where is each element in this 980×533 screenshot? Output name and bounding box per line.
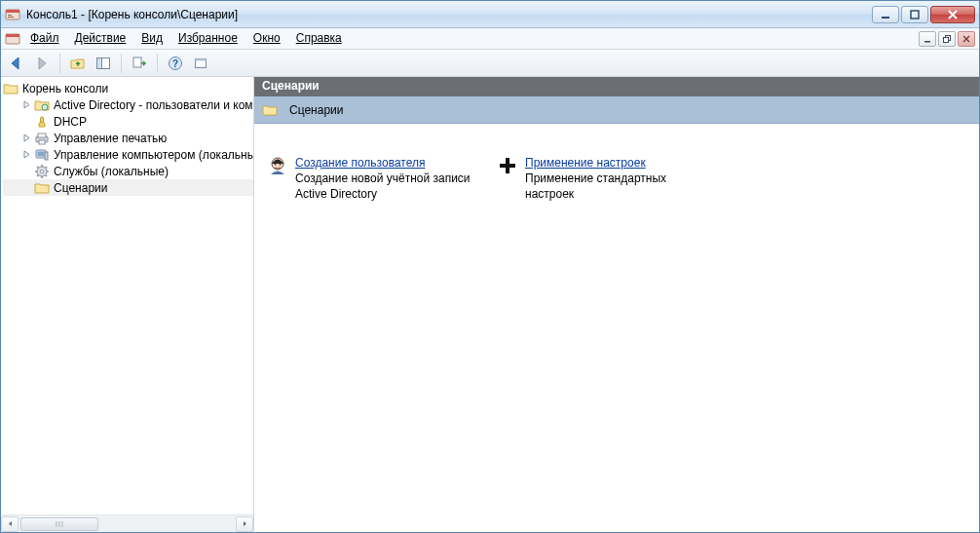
menubar: Файл Действие Вид Избранное Окно Справка — [1, 28, 979, 50]
expand-icon[interactable] — [19, 97, 34, 113]
svg-line-34 — [46, 174, 47, 175]
svg-rect-26 — [45, 152, 48, 160]
svg-rect-22 — [38, 133, 46, 137]
menu-action[interactable]: Действие — [67, 28, 134, 49]
right-pane: Сценарии Сценарии — [254, 77, 979, 532]
menu-view[interactable]: Вид — [133, 28, 170, 49]
folder-icon — [262, 102, 278, 118]
tree[interactable]: Корень консоли Active Directory - пользо… — [1, 77, 253, 514]
svg-rect-19 — [41, 118, 44, 122]
svg-rect-10 — [944, 37, 949, 42]
minimize-button[interactable] — [872, 6, 899, 23]
mdi-minimize-button[interactable] — [919, 31, 936, 47]
tree-item-scenarios[interactable]: Сценарии — [3, 179, 253, 196]
mdi-system-icon[interactable] — [3, 28, 22, 49]
scroll-left-button[interactable] — [1, 516, 19, 532]
up-button[interactable] — [66, 52, 90, 75]
mdi-close-button[interactable] — [958, 31, 975, 47]
folder-icon — [34, 180, 50, 196]
svg-rect-4 — [882, 17, 889, 19]
expand-placeholder — [19, 114, 34, 130]
ad-icon — [34, 97, 50, 113]
svg-text:?: ? — [172, 58, 178, 69]
task-apply-settings: Применение настроек Применение стандартн… — [498, 155, 712, 203]
user-head-icon — [268, 156, 287, 175]
tree-item-label: DHCP — [54, 115, 87, 129]
mdi-buttons — [919, 28, 979, 49]
tree-item-label: Active Directory - пользователи и компью… — [54, 98, 253, 112]
tree-item-label: Службы (локальные) — [54, 165, 169, 178]
scroll-thumb[interactable] — [20, 517, 98, 531]
tree-root[interactable]: Корень консоли — [3, 80, 253, 96]
execute-button[interactable] — [189, 52, 212, 75]
svg-rect-5 — [911, 11, 919, 19]
svg-point-18 — [42, 104, 48, 110]
menu-help[interactable]: Справка — [288, 28, 350, 49]
computer-icon — [34, 147, 50, 163]
tree-item-ad[interactable]: Active Directory - пользователи и компью… — [3, 96, 253, 113]
scroll-track[interactable] — [19, 516, 236, 532]
forward-button[interactable] — [30, 52, 54, 75]
tree-item-label: Управление печатью — [54, 132, 167, 145]
export-list-button[interactable] — [128, 52, 151, 75]
svg-rect-3 — [8, 17, 14, 18]
svg-rect-2 — [8, 15, 12, 16]
close-button[interactable] — [930, 6, 975, 23]
svg-point-38 — [275, 164, 277, 166]
mdi-restore-button[interactable] — [938, 31, 956, 47]
maximize-button[interactable] — [901, 6, 928, 23]
svg-rect-7 — [6, 34, 19, 37]
svg-rect-20 — [42, 116, 43, 118]
svg-line-35 — [46, 167, 47, 168]
titlebar: Консоль1 - [Корень консоли\Сценарии] — [1, 1, 979, 28]
plus-icon — [498, 156, 517, 175]
show-hide-tree-button[interactable] — [92, 52, 115, 75]
pane-header: Сценарии — [254, 77, 979, 96]
expand-icon[interactable] — [19, 147, 34, 163]
menu-file[interactable]: Файл — [22, 28, 67, 49]
tree-item-print[interactable]: Управление печатью — [3, 130, 253, 146]
dhcp-icon — [34, 114, 50, 130]
task-create-user: Создание пользователя Создание новой учё… — [268, 155, 482, 203]
task-link[interactable]: Создание пользователя — [295, 155, 482, 171]
app-icon — [5, 7, 20, 22]
svg-rect-23 — [39, 140, 45, 144]
tree-item-dhcp[interactable]: DHCP — [3, 113, 253, 130]
folder-icon — [3, 81, 19, 96]
printer-icon — [34, 131, 50, 146]
tree-root-label: Корень консоли — [22, 82, 108, 95]
scroll-right-button[interactable] — [236, 516, 253, 532]
toolbar-separator — [157, 54, 158, 73]
svg-line-33 — [37, 167, 38, 168]
svg-rect-12 — [97, 57, 102, 68]
tree-item-label: Сценарии — [54, 181, 107, 195]
tree-item-label: Управление компьютером (локальным) — [54, 148, 253, 162]
task-link[interactable]: Применение настроек — [525, 155, 712, 171]
tree-hscrollbar[interactable] — [1, 514, 253, 532]
toolbar-separator — [121, 54, 122, 73]
svg-rect-17 — [196, 58, 207, 60]
back-button[interactable] — [5, 52, 28, 75]
pane-subheader[interactable]: Сценарии — [254, 96, 979, 124]
expand-icon[interactable] — [19, 131, 34, 146]
expand-placeholder — [19, 164, 34, 179]
svg-point-28 — [40, 170, 44, 173]
pane-content: Создание пользователя Создание новой учё… — [254, 124, 979, 532]
svg-rect-41 — [500, 164, 515, 168]
menu-favorites[interactable]: Избранное — [170, 28, 245, 49]
pane-subheader-label: Сценарии — [289, 103, 343, 117]
toolbar: ? — [1, 50, 979, 77]
window-frame: Консоль1 - [Корень консоли\Сценарии] Фай… — [0, 0, 980, 533]
menu-window[interactable]: Окно — [245, 28, 288, 49]
tree-item-services[interactable]: Службы (локальные) — [3, 163, 253, 179]
svg-point-39 — [280, 164, 282, 166]
gear-icon — [34, 164, 50, 179]
svg-line-36 — [37, 174, 38, 175]
svg-rect-25 — [38, 151, 45, 156]
window-title: Консоль1 - [Корень консоли\Сценарии] — [26, 8, 872, 21]
toolbar-separator — [59, 54, 60, 73]
svg-rect-8 — [924, 41, 930, 43]
svg-rect-13 — [133, 57, 141, 67]
help-button[interactable]: ? — [164, 52, 187, 75]
tree-item-compmgmt[interactable]: Управление компьютером (локальным) — [3, 146, 253, 163]
